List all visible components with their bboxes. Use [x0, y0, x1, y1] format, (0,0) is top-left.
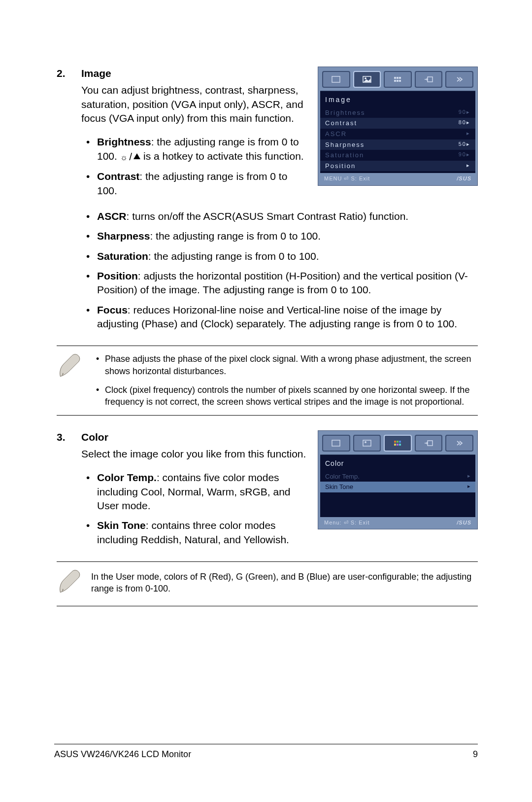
svg-rect-5: [399, 77, 401, 79]
osd-row: Brightness90▸: [320, 107, 475, 118]
osd-tab-input-icon: [415, 71, 443, 88]
svg-rect-0: [332, 76, 340, 82]
note-block: In the User mode, colors of R (Red), G (…: [57, 561, 478, 606]
bullet-focus: Focus: reduces Horizonal-line noise and …: [81, 303, 478, 331]
osd-footer: Menu: ⏎ S: Exit/SUS: [320, 517, 475, 527]
svg-rect-14: [397, 441, 399, 443]
pen-icon: [57, 569, 91, 599]
svg-rect-3: [394, 77, 396, 79]
osd-screenshot-image: Image Brightness90▸ Contrast80▸ ASCR▸ Sh…: [318, 67, 478, 186]
hotkey-icons: ☼/: [120, 150, 140, 164]
section-number: 3.: [57, 430, 81, 553]
osd-heading: Image: [320, 93, 475, 107]
bullet-ascr: ASCR: turns on/off the ASCR(ASUS Smart C…: [81, 209, 478, 223]
osd-tab-color-icon: [384, 71, 412, 88]
note-phase: Phase adjusts the phase of the pixel clo…: [91, 353, 478, 377]
triangle-up-icon: [133, 153, 140, 159]
bullet-colortemp: Color Temp.: contains five color modes i…: [81, 471, 308, 513]
section-title: Image: [81, 67, 308, 80]
bullet-saturation: Saturation: the adjusting range is from …: [81, 249, 478, 263]
page-number: 9: [473, 748, 478, 760]
note-block: Phase adjusts the phase of the pixel clo…: [57, 346, 478, 415]
svg-rect-8: [399, 80, 401, 82]
osd-tab-color-icon: [384, 435, 412, 452]
section-intro: You can adjust brightness, contrast, sha…: [81, 83, 308, 125]
svg-rect-9: [428, 77, 432, 82]
osd-row-selected: Skin Tone▸: [320, 482, 475, 492]
section-number: 2.: [57, 67, 81, 337]
svg-rect-10: [332, 440, 340, 446]
section-intro: Select the image color you like from thi…: [81, 447, 308, 461]
bullet-brightness: Brightness: the adjusting range is from …: [81, 135, 308, 164]
svg-rect-13: [394, 441, 396, 443]
osd-tab-splendid-icon: [322, 435, 350, 452]
osd-row: Saturation90▸: [320, 150, 475, 161]
svg-rect-16: [394, 444, 396, 446]
note-list: Phase adjusts the phase of the pixel clo…: [91, 353, 478, 408]
sun-icon: ☼: [120, 153, 128, 162]
osd-tabs: [320, 69, 475, 91]
svg-rect-4: [397, 77, 399, 79]
bullet-list-continued: ASCR: turns on/off the ASCR(ASUS Smart C…: [81, 209, 478, 331]
osd-tab-setup-icon: [445, 435, 473, 452]
footer-title: ASUS VW246/VK246 LCD Monitor: [54, 748, 191, 760]
bullet-skintone: Skin Tone: contains three color modes in…: [81, 519, 308, 547]
svg-rect-6: [394, 80, 396, 82]
svg-rect-18: [399, 444, 401, 446]
page-footer: ASUS VW246/VK246 LCD Monitor 9: [54, 744, 478, 760]
svg-rect-15: [399, 441, 401, 443]
osd-screenshot-color: Color Color Temp.▸ Skin Tone▸ Menu: ⏎ S:…: [318, 430, 478, 530]
osd-tabs: [320, 433, 475, 454]
section-title: Color: [81, 430, 308, 444]
page-content: 2. Image You can adjust brightness, cont…: [0, 0, 532, 606]
osd-row: Sharpness50▸: [320, 139, 475, 150]
svg-point-12: [365, 441, 366, 443]
bullet-list: Color Temp.: contains five color modes i…: [81, 471, 308, 547]
svg-rect-17: [397, 444, 399, 446]
section-color: 3. Color Select the image color you like…: [57, 430, 478, 553]
svg-rect-19: [428, 441, 432, 446]
note-usermode: In the User mode, colors of R (Red), G (…: [91, 569, 478, 595]
svg-rect-11: [363, 440, 371, 446]
osd-tab-image-icon: [353, 435, 381, 452]
bullet-position: Position: adjusts the horizontal postiti…: [81, 269, 478, 297]
bullet-contrast: Contrast: the adjusting range is from 0 …: [81, 170, 308, 198]
bullet-list: Brightness: the adjusting range is from …: [81, 135, 308, 198]
osd-tab-input-icon: [415, 435, 443, 452]
osd-tab-image-icon: [353, 71, 381, 88]
osd-tab-setup-icon: [445, 71, 473, 88]
bullet-sharpness: Sharpness: the adjusting range is from 0…: [81, 229, 478, 243]
note-clock: Clock (pixel frequency) controls the num…: [91, 384, 478, 408]
svg-point-2: [365, 77, 366, 79]
osd-heading: Color: [320, 457, 475, 471]
osd-footer: MENU ⏎ S: Exit/SUS: [320, 173, 475, 183]
pen-icon: [57, 353, 91, 383]
osd-tab-splendid-icon: [322, 71, 350, 88]
section-image: 2. Image You can adjust brightness, cont…: [57, 67, 478, 337]
svg-rect-7: [397, 80, 399, 82]
osd-row: Contrast80▸: [320, 118, 475, 129]
osd-row: Position▸: [320, 161, 475, 172]
osd-row: ASCR▸: [320, 129, 475, 139]
osd-row: Color Temp.▸: [320, 471, 475, 482]
